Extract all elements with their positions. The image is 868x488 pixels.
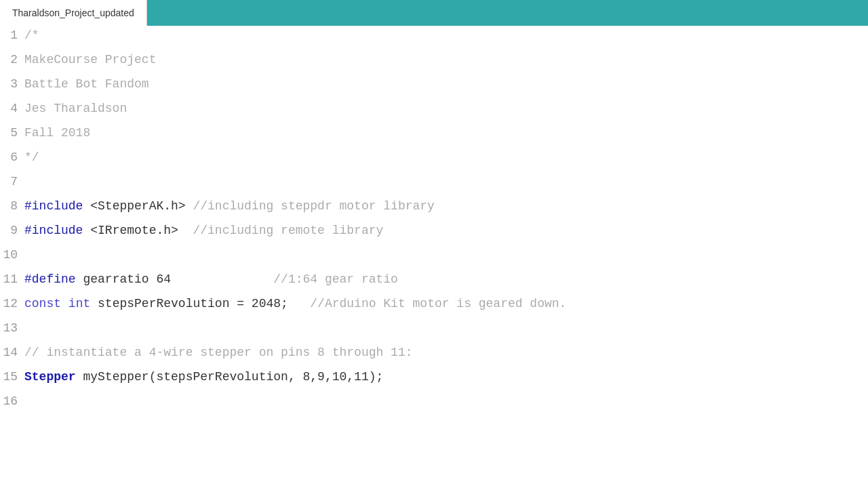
editor-container: Tharaldson_Project_updated 1 /* 2 MakeCo…: [0, 0, 868, 488]
line-number: 6: [0, 148, 24, 167]
line-content: */: [24, 148, 39, 167]
line-number: 9: [0, 221, 24, 241]
code-line: 7: [0, 172, 868, 197]
code-line: 13: [0, 319, 868, 343]
line-number: 8: [0, 197, 24, 216]
code-line: 12 const int stepsPerRevolution = 2048; …: [0, 294, 868, 319]
code-line: 15 Stepper myStepper(stepsPerRevolution,…: [0, 367, 868, 392]
line-number: 14: [0, 343, 24, 363]
line-number: 1: [0, 26, 24, 45]
code-line: 10: [0, 245, 868, 270]
active-tab[interactable]: Tharaldson_Project_updated: [0, 0, 147, 26]
code-line: 4 Jes Tharaldson: [0, 99, 868, 123]
line-number: 2: [0, 50, 24, 70]
line-number: 12: [0, 294, 24, 314]
code-line: 8 #include <StepperAK.h> //including ste…: [0, 197, 868, 221]
code-line: 11 #define gearratio 64 //1:64 gear rati…: [0, 270, 868, 294]
tab-bar: Tharaldson_Project_updated: [0, 0, 868, 26]
code-line: 9 #include <IRremote.h> //including remo…: [0, 221, 868, 245]
line-content: Stepper myStepper(stepsPerRevolution, 8,…: [24, 367, 383, 387]
code-line: 3 Battle Bot Fandom: [0, 75, 868, 99]
line-content: #define gearratio 64 //1:64 gear ratio: [24, 270, 398, 289]
line-content: Jes Tharaldson: [24, 99, 127, 119]
line-content: /*: [24, 26, 39, 45]
line-content: const int stepsPerRevolution = 2048; //A…: [24, 294, 566, 314]
line-number: 15: [0, 367, 24, 387]
line-content: Battle Bot Fandom: [24, 75, 149, 94]
line-number: 13: [0, 319, 24, 338]
code-line: 1 /*: [0, 26, 868, 50]
code-line: 16: [0, 392, 868, 416]
line-number: 3: [0, 75, 24, 94]
code-line: 5 Fall 2018: [0, 123, 868, 148]
code-line: 6 */: [0, 148, 868, 172]
line-number: 7: [0, 172, 24, 192]
line-number: 4: [0, 99, 24, 119]
code-line: 2 MakeCourse Project: [0, 50, 868, 75]
line-content: #include <StepperAK.h> //including stepp…: [24, 197, 435, 216]
code-lines: 1 /* 2 MakeCourse Project 3 Battle Bot F…: [0, 26, 868, 416]
line-content: Fall 2018: [24, 123, 90, 143]
code-line: 14 // instantiate a 4-wire stepper on pi…: [0, 343, 868, 367]
line-content: #include <IRremote.h> //including remote…: [24, 221, 383, 241]
code-area: 1 /* 2 MakeCourse Project 3 Battle Bot F…: [0, 26, 868, 488]
line-number: 10: [0, 245, 24, 265]
line-number: 16: [0, 392, 24, 411]
tab-label: Tharaldson_Project_updated: [12, 7, 134, 18]
line-content: // instantiate a 4-wire stepper on pins …: [24, 343, 413, 363]
line-number: 11: [0, 270, 24, 289]
line-number: 5: [0, 123, 24, 143]
line-content: MakeCourse Project: [24, 50, 156, 70]
